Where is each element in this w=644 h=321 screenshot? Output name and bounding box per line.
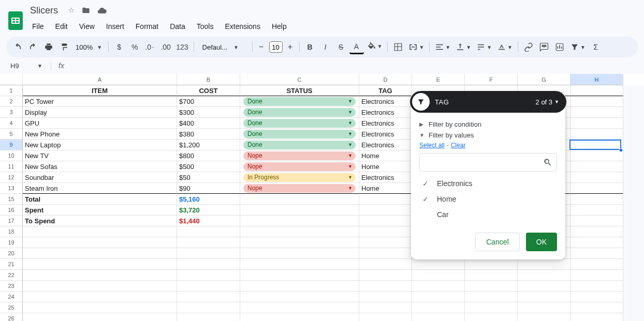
slicer-header[interactable]: TAG 2 of 3▼ [410, 91, 566, 113]
cell[interactable] [570, 150, 623, 161]
cell[interactable] [412, 292, 465, 302]
row-header[interactable]: 24 [0, 292, 23, 302]
row-header[interactable]: 19 [0, 237, 23, 248]
filter-by-condition[interactable]: ▶Filter by condition [419, 119, 557, 130]
cell[interactable]: $5,160 [177, 194, 240, 205]
cell[interactable]: Total [23, 194, 177, 205]
cell[interactable] [465, 270, 518, 281]
cell[interactable] [465, 281, 518, 292]
row-header[interactable]: 23 [0, 281, 23, 292]
row-header[interactable]: 17 [0, 216, 23, 226]
decrease-decimal-button[interactable]: .0← [143, 40, 157, 54]
col-header[interactable]: D [359, 74, 412, 85]
row-header[interactable]: 3 [0, 107, 23, 118]
row-header[interactable]: 22 [0, 270, 23, 281]
cell[interactable]: New Laptop [23, 140, 177, 150]
cell[interactable]: $50 [177, 172, 240, 183]
cell[interactable]: $1,440 [177, 216, 240, 226]
cell[interactable] [359, 194, 412, 205]
cell[interactable] [570, 161, 623, 172]
cell[interactable] [570, 85, 623, 96]
cell[interactable] [359, 237, 412, 248]
menu-tools[interactable]: Tools [192, 19, 219, 34]
row-header[interactable]: 10 [0, 150, 23, 161]
decrease-font-button[interactable]: − [256, 41, 267, 53]
cell[interactable]: New TV [23, 150, 177, 161]
cell[interactable] [23, 248, 177, 259]
select-all-link[interactable]: Select all [419, 142, 445, 149]
cell[interactable] [23, 226, 177, 237]
cell[interactable] [570, 270, 623, 281]
cell[interactable]: Display [23, 107, 177, 118]
slicer-value-item[interactable]: Car [419, 207, 557, 222]
cell[interactable] [240, 205, 359, 216]
slicer-search[interactable] [419, 153, 557, 172]
cell[interactable]: Nope▼ [240, 183, 359, 194]
merge-button[interactable]: ▼ [406, 40, 426, 54]
strikethrough-button[interactable]: S [334, 40, 348, 54]
cell[interactable] [23, 281, 177, 292]
cell[interactable]: $3,720 [177, 205, 240, 216]
row-header[interactable]: 18 [0, 226, 23, 237]
cell[interactable]: GPU [23, 118, 177, 129]
cell[interactable] [359, 248, 412, 259]
slicer-value-item[interactable]: ✓Home [419, 191, 557, 207]
cell[interactable]: $380 [177, 129, 240, 140]
cell[interactable]: COST [177, 85, 240, 96]
comment-button[interactable] [537, 40, 551, 54]
undo-button[interactable] [10, 40, 25, 54]
col-header[interactable]: E [412, 74, 465, 85]
rotate-button[interactable]: ▼ [495, 40, 515, 54]
cell[interactable] [465, 292, 518, 302]
cell[interactable] [177, 281, 240, 292]
select-all-corner[interactable] [0, 74, 23, 85]
text-color-button[interactable]: A [349, 40, 364, 54]
cell[interactable] [359, 302, 412, 313]
filter-button[interactable]: ▼ [568, 40, 588, 54]
cell[interactable] [240, 237, 359, 248]
col-header[interactable]: C [240, 74, 359, 85]
cell[interactable] [570, 248, 623, 259]
more-formats-button[interactable]: 123 [174, 40, 190, 54]
filter-by-values[interactable]: ▼Filter by values [419, 130, 557, 141]
cell[interactable] [518, 281, 570, 292]
cell[interactable]: To Spend [23, 216, 177, 226]
cell[interactable] [359, 281, 412, 292]
row-header[interactable]: 1 [0, 85, 23, 96]
cell[interactable]: In Progress▼ [240, 172, 359, 183]
slicer-value-item[interactable]: ✓Electronics [419, 176, 557, 191]
col-header[interactable]: B [177, 74, 240, 85]
bold-button[interactable]: B [303, 40, 317, 54]
row-header[interactable]: 21 [0, 259, 23, 270]
row-header[interactable]: 13 [0, 183, 23, 194]
cell[interactable]: Home [359, 150, 412, 161]
cell[interactable] [570, 237, 623, 248]
cell[interactable] [177, 302, 240, 313]
cell[interactable] [177, 259, 240, 270]
cell[interactable] [518, 292, 570, 302]
status-chip[interactable]: Done▼ [243, 108, 356, 117]
cell[interactable] [177, 313, 240, 321]
cell[interactable] [465, 259, 518, 270]
cell[interactable] [359, 270, 412, 281]
col-header[interactable]: G [518, 74, 570, 85]
cell[interactable]: Done▼ [240, 118, 359, 129]
cell[interactable] [23, 270, 177, 281]
v-align-button[interactable]: ▼ [453, 40, 473, 54]
cell[interactable] [412, 302, 465, 313]
cell[interactable]: Electronics [359, 129, 412, 140]
menu-data[interactable]: Data [165, 19, 191, 34]
cell[interactable]: $400 [177, 118, 240, 129]
cell[interactable] [177, 270, 240, 281]
borders-button[interactable] [391, 40, 405, 54]
cell[interactable] [465, 313, 518, 321]
cell[interactable] [240, 270, 359, 281]
cell[interactable]: $300 [177, 107, 240, 118]
selection-handle[interactable] [619, 148, 623, 152]
print-button[interactable] [41, 40, 56, 54]
cell[interactable]: Electronics [359, 96, 412, 107]
cell[interactable] [570, 140, 623, 150]
cell[interactable] [240, 281, 359, 292]
cell[interactable]: Home [359, 161, 412, 172]
cell[interactable] [240, 292, 359, 302]
